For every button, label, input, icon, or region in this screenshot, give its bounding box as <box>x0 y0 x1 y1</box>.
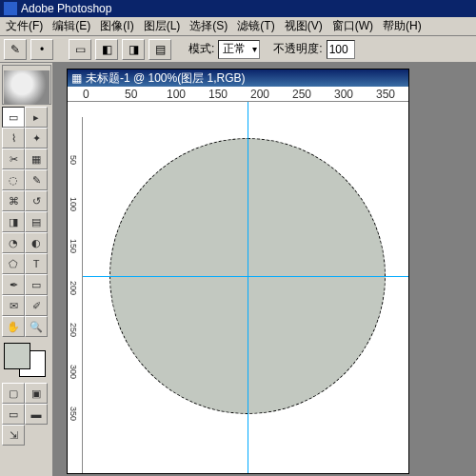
eraser-tool[interactable]: ◨ <box>2 211 25 232</box>
dodge-tool[interactable]: ◐ <box>25 232 48 253</box>
path-tool[interactable]: ⬠ <box>2 253 25 274</box>
mode-select[interactable]: 正常 <box>218 40 260 59</box>
menu-image[interactable]: 图像(I) <box>96 18 137 34</box>
menu-layer[interactable]: 图层(L) <box>140 18 185 34</box>
menu-file[interactable]: 文件(F) <box>2 18 47 34</box>
canvas[interactable] <box>83 102 408 473</box>
hand-tool[interactable]: ✋ <box>2 316 25 337</box>
menu-edit[interactable]: 编辑(E) <box>49 18 94 34</box>
screen-full-button[interactable]: ▬ <box>25 404 48 425</box>
blur-tool[interactable]: ◔ <box>2 232 25 253</box>
color-swatch[interactable] <box>2 341 48 379</box>
lasso-tool[interactable]: ⌇ <box>2 128 25 149</box>
shape-tool[interactable]: ▭ <box>25 274 48 295</box>
menu-help[interactable]: 帮助(H) <box>379 18 426 34</box>
preset-1-button[interactable]: ▭ <box>69 39 91 60</box>
menu-bar: 文件(F) 编辑(E) 图像(I) 图层(L) 选择(S) 滤镜(T) 视图(V… <box>0 17 476 36</box>
brush-preset-button[interactable]: ✎ <box>4 39 27 60</box>
opacity-label: 不透明度: <box>273 41 322 57</box>
notes-tool[interactable]: ✉ <box>2 295 25 316</box>
eyedrop-tool[interactable]: ✐ <box>25 295 48 316</box>
app-title: Adobe Photoshop <box>21 2 111 15</box>
slice-tool[interactable]: ▦ <box>25 149 48 169</box>
type-tool[interactable]: T <box>25 253 48 274</box>
navigator-thumb[interactable] <box>2 65 51 105</box>
document-title: 未标题-1 @ 100%(图层 1,RGB) <box>86 70 246 87</box>
document-title-bar[interactable]: ▦ 未标题-1 @ 100%(图层 1,RGB) <box>68 69 408 87</box>
gradient-tool[interactable]: ▤ <box>25 211 48 232</box>
screen-std-button[interactable]: ▭ <box>2 404 25 425</box>
menu-view[interactable]: 视图(V) <box>281 18 327 34</box>
menu-select[interactable]: 选择(S) <box>186 18 231 34</box>
crop-tool[interactable]: ✂ <box>2 149 25 169</box>
options-bar: ✎ • ▭ ◧ ◨ ▤ 模式: 正常 不透明度: 100 <box>0 36 476 63</box>
wand-tool[interactable]: ✦ <box>25 128 48 149</box>
fg-color[interactable] <box>4 343 30 369</box>
brush-tool[interactable]: ✎ <box>25 169 48 190</box>
brush-picker-button[interactable]: • <box>30 39 53 60</box>
vertical-ruler[interactable]: 50 100 150 200 250 300 350 <box>68 117 83 473</box>
mask-std-button[interactable]: ▢ <box>2 383 25 404</box>
horizontal-ruler[interactable]: 0 50 100 150 200 250 300 350 <box>68 87 408 102</box>
preset-4-button[interactable]: ▤ <box>149 39 171 60</box>
toolbox: ▭▸ ⌇✦ ✂▦ ◌✎ ⌘↺ ◨▤ ◔◐ ⬠T ✒▭ ✉✐ ✋🔍 ▢▣ ▭▬ ⇲ <box>0 63 53 476</box>
document-window: ▦ 未标题-1 @ 100%(图层 1,RGB) 0 50 100 150 20… <box>67 69 409 474</box>
zoom-tool[interactable]: 🔍 <box>25 316 48 337</box>
move-tool[interactable]: ▸ <box>25 107 48 128</box>
vertical-guide[interactable] <box>248 102 248 473</box>
mask-quick-button[interactable]: ▣ <box>25 383 48 404</box>
stamp-tool[interactable]: ⌘ <box>2 190 25 211</box>
menu-filter[interactable]: 滤镜(T) <box>233 18 278 34</box>
history-tool[interactable]: ↺ <box>25 190 48 211</box>
jump-button[interactable]: ⇲ <box>2 425 25 446</box>
heal-tool[interactable]: ◌ <box>2 169 25 190</box>
mode-label: 模式: <box>188 41 214 57</box>
workspace: ▦ 未标题-1 @ 100%(图层 1,RGB) 0 50 100 150 20… <box>53 63 476 476</box>
preset-3-button[interactable]: ◨ <box>122 39 145 60</box>
menu-window[interactable]: 窗口(W) <box>328 18 377 34</box>
doc-icon: ▦ <box>71 71 82 85</box>
horizontal-guide[interactable] <box>83 276 408 277</box>
opacity-input[interactable]: 100 <box>327 40 355 59</box>
title-bar: Adobe Photoshop <box>0 0 476 17</box>
pen-tool[interactable]: ✒ <box>2 274 25 295</box>
marquee-tool[interactable]: ▭ <box>2 107 25 128</box>
preset-2-button[interactable]: ◧ <box>95 39 118 60</box>
app-icon <box>4 2 17 15</box>
